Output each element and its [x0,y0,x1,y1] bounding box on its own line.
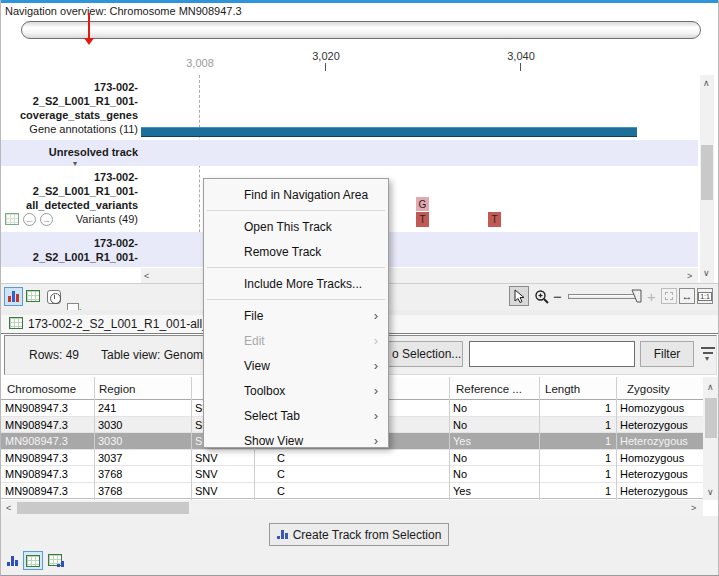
menu-item-file[interactable]: File› [204,303,388,328]
track-variants-name-line1[interactable]: 173-002- [1,171,138,184]
menu-item-view[interactable]: View› [204,353,388,378]
filter-button[interactable]: Filter [640,341,694,367]
column-header-zygosity[interactable]: Zygosity [627,383,670,395]
cell-length: 1 [541,485,611,497]
menu-label: Include More Tracks... [244,277,362,291]
table-grid-glyph [26,290,40,302]
table-tab-label[interactable]: 173-002-2_S2_L001_R1_001-all_... [28,317,219,331]
chart-view-mode-icon[interactable] [7,556,18,566]
cell-chromosome: MN908947.3 [5,452,68,464]
menu-item-find-in-navigation-area[interactable]: Find in Navigation Area [204,182,388,207]
zoom-in-button[interactable]: + [647,288,656,305]
zoom-out-button[interactable]: − [553,288,562,305]
menu-item-select-tab[interactable]: Select Tab› [204,403,388,428]
navigation-overview-slider[interactable] [21,21,701,39]
track-variants-name-line3[interactable]: all_detected_variants [1,199,138,212]
table-view-mode-selected-icon[interactable] [23,551,43,570]
cell-reference-allele: No [453,452,467,464]
scroll-down-icon[interactable]: ∨ [703,268,710,278]
menu-item-include-more-tracks[interactable]: Include More Tracks... [204,271,388,296]
zoom-tool-button[interactable] [532,287,551,306]
zoom-selection-button[interactable] [661,288,677,304]
column-divider[interactable] [94,377,95,500]
scroll-right-icon[interactable]: > [687,271,692,281]
column-divider[interactable] [539,377,540,500]
column-header-region[interactable]: Region [99,383,135,395]
column-header-length[interactable]: Length [545,383,580,395]
position-marker-arrow-icon [84,38,94,45]
scroll-left-icon[interactable]: < [144,271,149,281]
column-divider[interactable] [616,377,617,500]
table-scroll-right-icon[interactable]: > [691,503,696,513]
zoom-100-button[interactable]: 1:1 [697,288,713,304]
cell-length: 1 [541,402,611,414]
history-clock-icon[interactable] [47,290,61,304]
navigation-overview-title: Navigation overview: Chromosome MN908947… [5,5,242,17]
column-header-chromosome[interactable]: Chromosome [7,383,76,395]
scroll-up-icon[interactable]: ∧ [703,78,710,88]
table-vertical-scrollbar[interactable] [703,377,719,500]
cell-zygosity: Heterozygous [620,485,688,497]
bar-chart-glyph [8,291,19,302]
advanced-filter-caret-icon: ▾ [705,354,709,363]
zoom-slider-handle[interactable] [631,289,642,307]
unresolved-track-label[interactable]: Unresolved track [1,146,138,159]
next-variant-icon[interactable]: → [40,213,53,226]
menu-separator [207,267,385,268]
column-divider[interactable] [449,377,450,500]
track-view-mode-icon[interactable] [4,287,23,306]
position-marker-line[interactable] [88,13,90,39]
menu-item-toolbox[interactable]: Toolbox› [204,378,388,403]
track-partial-name-line2[interactable]: 2_S2_L001_R1_001- [1,251,138,264]
menu-item-show-view[interactable]: Show View› [204,428,388,453]
zoom-slider-track[interactable] [568,294,640,299]
table-row[interactable]: MN908947.3 3768 SNV C Yes 1 Heterozygous [1,483,703,500]
advanced-filter-icon[interactable] [701,347,715,349]
menu-label: Open This Track [244,220,332,234]
column-divider[interactable] [191,377,192,500]
table-scroll-down-icon[interactable]: ∨ [707,487,714,497]
table-chart-view-icon[interactable] [48,554,62,566]
submenu-arrow-icon: › [374,408,378,423]
menu-label: Find in Navigation Area [244,188,368,202]
track-coverage-name-line1[interactable]: 173-002- [1,81,138,94]
track-partial-name-line1[interactable]: 173-002- [1,237,138,250]
variant-call-t2[interactable]: T [488,212,501,227]
cell-length: 1 [541,452,611,464]
filter-to-selection-button[interactable]: o Selection... [387,341,463,367]
gene-annotation-bar[interactable] [141,127,637,137]
track-coverage-name-line2[interactable]: 2_S2_L001_R1_001- [1,95,138,108]
table-scroll-left-icon[interactable]: < [6,503,11,513]
marquee-icon [665,292,673,300]
menu-label: Remove Track [244,245,321,259]
cell-zygosity: Homozygous [620,452,684,464]
table-row[interactable]: MN908947.3 3768 SNV C No 1 Heterozygous [1,466,703,483]
create-track-from-selection-button[interactable]: Create Track from Selection [269,523,449,546]
variant-call-g[interactable]: G [416,197,429,211]
track-variants-name-line2[interactable]: 2_S2_L001_R1_001- [1,185,138,198]
fit-width-button[interactable]: ↔ [679,288,695,304]
track-scrollbar-thumb[interactable] [701,145,713,200]
cell-reference-allele: Yes [453,485,471,497]
table-scrollbar-thumb[interactable] [705,398,717,438]
table-hscrollbar-thumb[interactable] [17,502,189,514]
menu-item-open-this-track[interactable]: Open This Track [204,214,388,239]
ruler-tick-3008: 3,008 [180,57,220,69]
table-scroll-up-icon[interactable]: ∧ [707,382,714,392]
submenu-arrow-icon: › [374,383,378,398]
cell-reference: C [277,452,285,464]
fit-width-icon: ↔ [682,290,693,302]
table-view-mode-icon[interactable] [26,290,40,302]
ruler-tickmark [325,63,326,71]
filter-search-input[interactable] [469,341,635,367]
cell-region: 3037 [98,452,122,464]
track-coverage-name-line3[interactable]: coverage_stats_genes [1,109,138,122]
track-table-overlay-icon[interactable] [5,213,19,225]
menu-item-remove-track[interactable]: Remove Track [204,239,388,264]
variant-call-t1[interactable]: T [416,212,429,227]
submenu-arrow-icon: › [374,308,378,323]
submenu-arrow-icon: › [374,433,378,448]
column-header-reference[interactable]: Reference ... [456,383,522,395]
cursor-tool-button[interactable] [509,286,529,306]
prev-variant-icon[interactable]: ← [23,213,36,226]
